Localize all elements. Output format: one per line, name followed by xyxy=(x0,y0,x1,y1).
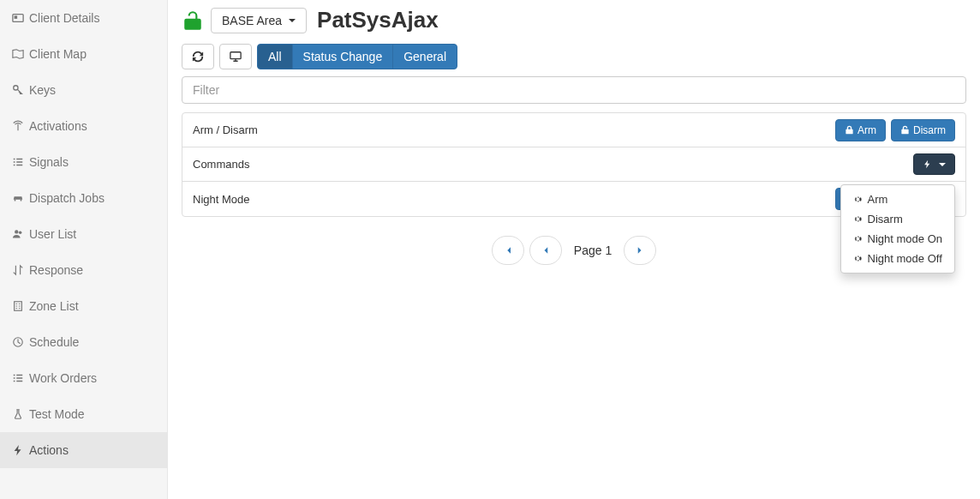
dropdown-item-night-off[interactable]: Night mode Off xyxy=(841,249,954,268)
sidebar-item-label: Zone List xyxy=(29,299,79,313)
sidebar-item-activations[interactable]: Activations xyxy=(0,108,167,144)
sidebar-item-signals[interactable]: Signals xyxy=(0,144,167,180)
disarm-button[interactable]: Disarm xyxy=(891,119,955,141)
button-label: Disarm xyxy=(913,124,946,136)
users-icon xyxy=(12,228,24,240)
dropdown-item-label: Night mode Off xyxy=(868,252,942,265)
map-icon xyxy=(12,48,24,60)
sidebar-item-label: Actions xyxy=(29,443,69,457)
tab-all[interactable]: All xyxy=(257,44,293,69)
dropdown-item-label: Disarm xyxy=(868,213,903,225)
id-card-icon xyxy=(12,12,24,24)
sidebar-item-label: Signals xyxy=(29,155,69,169)
svg-point-4 xyxy=(19,231,22,235)
unlock-icon xyxy=(900,125,910,135)
dropdown-item-night-on[interactable]: Night mode On xyxy=(841,229,954,249)
tab-status-change[interactable]: Status Change xyxy=(292,44,394,69)
header: BASE Area PatSysAjax xyxy=(182,7,966,33)
row-actions: Arm Disarm Night mode On Night mode Off xyxy=(913,153,955,175)
arm-button[interactable]: Arm xyxy=(835,119,886,141)
sidebar-item-label: Client Map xyxy=(29,47,87,61)
gear-icon xyxy=(853,195,863,204)
sidebar-item-label: Dispatch Jobs xyxy=(29,191,105,205)
tab-general[interactable]: General xyxy=(392,44,457,69)
clock-icon xyxy=(12,336,24,348)
refresh-icon xyxy=(192,51,204,63)
sidebar: Client Details Client Map Keys Activatio… xyxy=(0,0,168,499)
sidebar-item-zone-list[interactable]: Zone List xyxy=(0,288,167,324)
sidebar-item-label: User List xyxy=(29,227,76,241)
tab-group: All Status Change General xyxy=(257,44,457,69)
monitor-icon xyxy=(230,51,242,63)
monitor-button[interactable] xyxy=(219,44,252,69)
sidebar-item-user-list[interactable]: User List xyxy=(0,216,167,252)
dropdown-item-label: Night mode On xyxy=(868,232,942,245)
chevron-first-icon xyxy=(503,245,513,256)
row-label: Commands xyxy=(193,158,913,171)
sidebar-item-label: Response xyxy=(29,263,83,277)
refresh-button[interactable] xyxy=(182,44,214,69)
flask-icon xyxy=(12,408,24,420)
unlock-icon xyxy=(182,9,204,32)
row-label: Night Mode xyxy=(193,193,835,206)
svg-rect-5 xyxy=(15,302,22,311)
filter-input[interactable] xyxy=(182,76,966,104)
row-commands: Commands Arm Disarm xyxy=(182,147,965,182)
building-icon xyxy=(12,300,24,312)
svg-rect-7 xyxy=(230,52,241,59)
sidebar-item-client-map[interactable]: Client Map xyxy=(0,36,167,72)
sidebar-item-work-orders[interactable]: Work Orders xyxy=(0,360,167,396)
caret-down-icon xyxy=(289,19,296,22)
sidebar-item-response[interactable]: Response xyxy=(0,252,167,288)
gear-icon xyxy=(853,234,863,243)
dropdown-item-arm[interactable]: Arm xyxy=(841,189,954,209)
chevron-left-icon xyxy=(541,245,551,256)
page-next-button[interactable] xyxy=(624,236,656,265)
gear-icon xyxy=(853,254,863,263)
svg-rect-1 xyxy=(15,15,18,19)
car-icon xyxy=(12,192,24,204)
list-icon xyxy=(12,156,24,168)
sidebar-item-keys[interactable]: Keys xyxy=(0,72,167,108)
sidebar-item-label: Work Orders xyxy=(29,371,97,385)
gear-icon xyxy=(853,214,863,224)
sidebar-item-actions[interactable]: Actions xyxy=(0,432,167,468)
sidebar-item-label: Keys xyxy=(29,83,56,97)
sidebar-item-client-details[interactable]: Client Details xyxy=(0,0,167,36)
sidebar-item-dispatch-jobs[interactable]: Dispatch Jobs xyxy=(0,180,167,216)
toolbar: All Status Change General xyxy=(182,44,966,69)
svg-point-3 xyxy=(15,230,18,233)
bolt-icon xyxy=(923,159,932,169)
sidebar-item-label: Activations xyxy=(29,119,87,133)
page-label: Page 1 xyxy=(567,243,618,257)
lock-icon xyxy=(845,125,854,135)
sidebar-item-schedule[interactable]: Schedule xyxy=(0,324,167,360)
signal-tower-icon xyxy=(12,120,24,132)
commands-dropdown-menu: Arm Disarm Night mode On Night mode Off xyxy=(840,184,955,274)
sort-icon xyxy=(12,264,24,276)
page-first-button[interactable] xyxy=(492,236,524,265)
actions-panel: Arm / Disarm Arm Disarm Commands xyxy=(182,112,966,217)
sidebar-item-test-mode[interactable]: Test Mode xyxy=(0,396,167,432)
sidebar-item-label: Schedule xyxy=(29,335,79,349)
list-icon xyxy=(12,372,24,384)
button-label: Arm xyxy=(858,124,876,136)
row-actions: Arm Disarm xyxy=(835,119,955,141)
sidebar-item-label: Test Mode xyxy=(29,407,85,421)
key-icon xyxy=(12,84,24,96)
area-dropdown-label: BASE Area xyxy=(222,14,282,27)
page-title: PatSysAjax xyxy=(317,7,439,33)
area-dropdown-button[interactable]: BASE Area xyxy=(211,8,307,33)
row-arm-disarm: Arm / Disarm Arm Disarm xyxy=(182,113,965,147)
commands-dropdown-button[interactable] xyxy=(913,153,955,175)
row-label: Arm / Disarm xyxy=(193,123,835,136)
bolt-icon xyxy=(12,444,24,456)
main-content: BASE Area PatSysAjax All Status Change G… xyxy=(168,0,980,499)
dropdown-item-label: Arm xyxy=(868,193,888,206)
caret-down-icon xyxy=(939,163,946,166)
sidebar-item-label: Client Details xyxy=(29,11,99,25)
dropdown-item-disarm[interactable]: Disarm xyxy=(841,209,954,229)
page-prev-button[interactable] xyxy=(529,236,562,265)
chevron-right-icon xyxy=(635,245,645,256)
